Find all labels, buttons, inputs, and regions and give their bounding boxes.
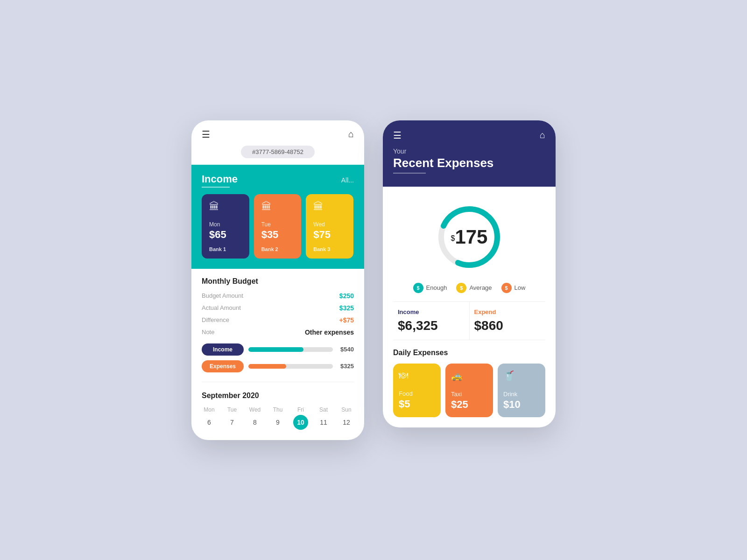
cal-day-num-thu: 9 [270, 415, 285, 430]
expenses-bar-bg [248, 364, 333, 369]
food-category: Food [399, 390, 413, 397]
calendar-section: September 2020 Mon 6 Tue 7 Wed 8 Thu 9 [191, 385, 364, 440]
cal-day-name-fri: Fri [297, 406, 304, 413]
cal-day-sun[interactable]: Sun 12 [339, 406, 354, 430]
cal-day-name-sun: Sun [341, 406, 351, 413]
taxi-icon: 🚕 [451, 370, 463, 381]
budget-value-0: $250 [339, 292, 354, 300]
bank-name-mon: Bank 1 [209, 246, 226, 252]
expenses-progress-value: $325 [340, 363, 354, 370]
note-row: Note Other expenses [202, 329, 354, 336]
budget-title: Monthly Budget [202, 277, 354, 286]
day-card-tue[interactable]: 🏛 Tue $35 Bank 2 [254, 194, 302, 259]
income-pill: Income [202, 343, 244, 356]
expend-col: Expend $860 [470, 302, 546, 340]
income-progress-value: $540 [340, 346, 354, 353]
day-amount-mon: $65 [209, 229, 226, 241]
hamburger-icon[interactable]: ☰ [202, 129, 210, 140]
account-number: #3777-5869-48752 [241, 146, 315, 158]
cal-day-name-mon: Mon [204, 406, 214, 413]
donut-container: $175 [393, 187, 545, 283]
day-label-tue: Tue [261, 221, 271, 228]
cal-day-wed[interactable]: Wed 8 [247, 406, 262, 430]
budget-row-2: Difference +$75 [202, 316, 354, 324]
daily-title: Daily Expenses [393, 349, 545, 357]
cal-day-thu[interactable]: Thu 9 [270, 406, 285, 430]
budget-row-1: Actual Amount $325 [202, 304, 354, 312]
cal-day-num-sun: 12 [339, 415, 354, 430]
all-link[interactable]: All... [341, 176, 354, 184]
day-amount-wed: $75 [313, 229, 331, 241]
food-icon: 🍽 [399, 370, 408, 381]
drink-icon: 🥤 [503, 370, 515, 381]
income-col: Income $6,325 [393, 302, 470, 340]
daily-card-drink[interactable]: 🥤 Drink $10 [498, 364, 545, 417]
phone1-header: ☰ ⌂ [191, 120, 364, 144]
phone1: ☰ ⌂ #3777-5869-48752 Income All... 🏛 Mon… [191, 120, 364, 440]
daily-card-taxi[interactable]: 🚕 Taxi $25 [445, 364, 493, 417]
income-card: Income All... 🏛 Mon $65 Bank 1 🏛 Tue $35… [191, 165, 364, 269]
day-amount-tue: $35 [261, 229, 279, 241]
day-label-wed: Wed [313, 221, 324, 228]
legend-low: $ Low [501, 283, 526, 293]
legend-enough: $ Enough [413, 283, 447, 293]
progress-row-income: Income $540 [202, 343, 354, 356]
cal-day-num-fri: 10 [293, 415, 308, 430]
legend-average: $ Average [456, 283, 492, 293]
recent-title-underline [393, 173, 426, 174]
cal-day-name-tue: Tue [227, 406, 237, 413]
cal-day-name-wed: Wed [249, 406, 261, 413]
phone2: ☰ ⌂ Your Recent Expenses $175 [383, 120, 556, 427]
note-value: Other expenses [305, 329, 354, 336]
day-card-mon[interactable]: 🏛 Mon $65 Bank 1 [202, 194, 249, 259]
income-bar-fill [248, 347, 303, 352]
income-bar-bg [248, 347, 333, 352]
income-title: Income [202, 173, 238, 185]
legend-row: $ Enough $ Average $ Low [393, 283, 545, 293]
budget-row-0: Budget Amount $250 [202, 292, 354, 300]
bank-icon-mon: 🏛 [209, 201, 219, 213]
bank-name-wed: Bank 3 [313, 246, 330, 252]
cal-day-name-thu: Thu [273, 406, 283, 413]
phone2-body: $175 $ Enough $ Average $ Low [383, 187, 556, 427]
daily-card-food[interactable]: 🍽 Food $5 [393, 364, 441, 417]
taxi-category: Taxi [451, 391, 462, 398]
bank-icon-tue: 🏛 [261, 201, 272, 213]
day-label-mon: Mon [209, 221, 220, 228]
phone2-hamburger-icon[interactable]: ☰ [393, 130, 402, 141]
income-value: $6,325 [398, 318, 465, 333]
day-card-wed[interactable]: 🏛 Wed $75 Bank 3 [306, 194, 353, 259]
donut-amount: $175 [451, 226, 488, 248]
legend-label-low: Low [514, 284, 526, 291]
food-amount: $5 [399, 398, 410, 410]
recent-title: Recent Expenses [393, 156, 545, 170]
cal-day-name-sat: Sat [319, 406, 328, 413]
calendar-title: September 2020 [202, 392, 354, 400]
recent-subtitle: Your [393, 147, 545, 155]
income-cards-row: 🏛 Mon $65 Bank 1 🏛 Tue $35 Bank 2 🏛 Wed … [202, 194, 354, 259]
progress-rows: Income $540 Expenses $325 [202, 343, 354, 372]
note-label: Note [202, 329, 214, 336]
expend-label: Expend [474, 308, 541, 315]
cal-day-num-mon: 6 [202, 415, 217, 430]
legend-dot-low: $ [501, 283, 512, 293]
cal-day-fri[interactable]: Fri 10 [293, 406, 308, 430]
legend-dot-average: $ [456, 283, 466, 293]
cal-day-sat[interactable]: Sat 11 [316, 406, 331, 430]
bank-name-tue: Bank 2 [261, 246, 278, 252]
budget-label-0: Budget Amount [202, 292, 243, 299]
cal-day-tue[interactable]: Tue 7 [225, 406, 240, 430]
section-divider [202, 382, 354, 382]
expenses-pill: Expenses [202, 360, 244, 372]
phone2-home-icon[interactable]: ⌂ [540, 130, 545, 140]
drink-amount: $10 [503, 399, 521, 411]
income-header: Income All... [202, 173, 354, 188]
cal-day-num-tue: 7 [225, 415, 240, 430]
legend-label-average: Average [469, 284, 492, 291]
home-icon[interactable]: ⌂ [348, 129, 354, 140]
cal-day-num-sat: 11 [316, 415, 331, 430]
phone2-header: ☰ ⌂ Your Recent Expenses [383, 120, 556, 187]
income-title-underline [202, 187, 230, 188]
cal-day-mon[interactable]: Mon 6 [202, 406, 217, 430]
expenses-bar-fill [248, 364, 286, 369]
